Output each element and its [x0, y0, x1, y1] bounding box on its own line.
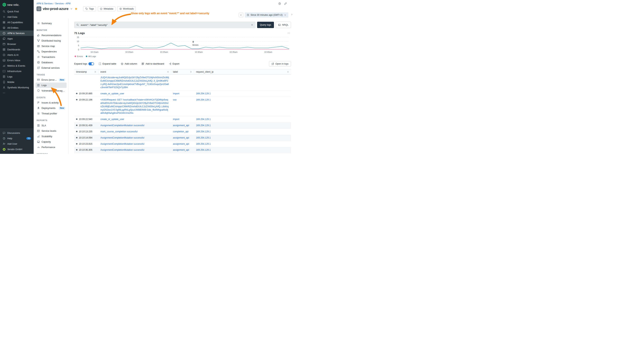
ip-link[interactable]: 169.254.129.1 [196, 148, 211, 152]
ip-link[interactable]: 169.254.129.1 [196, 98, 211, 102]
sidebar-item-alerts-ai[interactable]: Alerts & AI [0, 52, 34, 58]
ip-link[interactable]: 169.254.129.1 [196, 142, 211, 146]
event-link[interactable]: AssignmentCompletionMutation successful [100, 136, 144, 140]
event-link[interactable]: AssignmentCompletionMutation successful [100, 124, 144, 127]
sidebar-item-synthetic-monitoring[interactable]: Synthetic Monitoring [0, 85, 34, 90]
export-button[interactable]: Export [169, 63, 179, 65]
subnav-item-dependencies[interactable]: Dependencies [36, 49, 66, 54]
sidebar-item-infrastructure[interactable]: Infrastructure [0, 69, 34, 74]
expand-logs-toggle[interactable] [88, 62, 94, 65]
event-link[interactable]: mark_course_completion successful [100, 130, 138, 133]
table-row[interactable]: 10:10:44.066AssignmentCompletionMutation… [74, 153, 291, 154]
event-link[interactable]: AssignmentCompletionMutation successful [100, 142, 144, 146]
add-to-dashboard-button[interactable]: Add to dashboard [142, 63, 164, 65]
subnav-item-errors-errors-inb[interactable]: Errors (errors inb...New [36, 77, 66, 83]
sidebar-item-add-data[interactable]: Add Data [0, 14, 34, 20]
sidebar-item-iterativ-gmbh[interactable]: Iterativ GmbH [0, 147, 34, 152]
subnav-item-recommendations[interactable]: Recommendations [36, 33, 66, 38]
subnav-item-summary[interactable]: Summary [36, 21, 66, 26]
subnav-item-logs[interactable]: Logs [36, 83, 66, 88]
subnav-item-external-services[interactable]: External services [36, 65, 66, 71]
table-row[interactable]: 10:09:22.196<ASGIRequest: GET '/sso/call… [74, 97, 291, 116]
breadcrumb-apm-services[interactable]: APM & Services [36, 2, 53, 5]
event-link[interactable]: create_or_update_user [100, 118, 124, 121]
sidebar-item-errors-inbox[interactable]: Errors Inbox [0, 58, 34, 63]
open-in-logs-button[interactable]: Open in logs [269, 61, 291, 67]
event-link[interactable]: AssignmentCompletionMutation successful [100, 148, 144, 152]
legend-all-logs[interactable]: All Logs [86, 55, 96, 58]
table-row[interactable]: 10:10:13.235mark_course_completion succe… [74, 129, 291, 135]
chart-options-ellipsis-icon[interactable] [288, 32, 291, 35]
sidebar-item-dashboards[interactable]: Dashboards [0, 47, 34, 52]
label-link[interactable]: import [173, 118, 179, 121]
label-link[interactable]: assignment_api [173, 136, 189, 140]
legend-errors[interactable]: Errors [74, 55, 83, 58]
sidebar-item-logs[interactable]: Logs [0, 74, 34, 79]
add-column-button[interactable]: Add column [121, 63, 137, 65]
subnav-item-deployments[interactable]: DeploymentsNew [36, 105, 66, 111]
subnav-item-distributed-tracing[interactable]: Distributed tracing [36, 38, 66, 44]
newrelic-logo[interactable]: new relic. [0, 0, 34, 9]
time-picker[interactable]: Since 30 minutes ago (GMT+2) [245, 12, 288, 18]
ip-link[interactable]: 169.254.129.1 [196, 130, 211, 133]
table-row[interactable]: 10:10:23.815AssignmentCompletionMutation… [74, 141, 291, 147]
time-forward-chevron-icon[interactable] [290, 13, 293, 16]
sidebar-item-mobile[interactable]: Mobile [0, 79, 34, 85]
label-link[interactable]: sso [173, 98, 176, 102]
subnav-item-thread-profiler[interactable]: Thread profiler [36, 111, 66, 116]
clear-query-icon[interactable] [251, 24, 253, 26]
subnav-item-capacity[interactable]: Capacity [36, 139, 66, 145]
event-link[interactable]: create_or_update_user [100, 92, 124, 96]
subnav-item-issues-activity[interactable]: Issues & activity [36, 100, 66, 105]
remove-column-label-icon[interactable] [190, 71, 192, 73]
title-chevron-down-icon[interactable] [70, 8, 73, 10]
ip-link[interactable]: 169.254.129.1 [196, 118, 211, 121]
sidebar-item-all-capabilities[interactable]: All Capabilities [0, 20, 34, 25]
subnav-item-databases[interactable]: Databases [36, 60, 66, 65]
sidebar-item-metrics-events[interactable]: Metrics & Events [0, 63, 34, 69]
metadata-button[interactable]: Metadata [98, 6, 115, 11]
label-link[interactable]: completion_api [173, 130, 188, 133]
label-link[interactable]: assignment_api [173, 124, 189, 127]
query-logs-button[interactable]: Query logs [257, 22, 274, 28]
table-row[interactable]: 10:09:20.895create_or_update_userimport1… [74, 91, 291, 97]
label-link[interactable]: assignment_api [173, 148, 189, 152]
nrql-button[interactable]: NRQL [276, 22, 291, 28]
label-link[interactable]: import [173, 92, 179, 96]
sidebar-item-add-user[interactable]: Add User [0, 141, 34, 147]
sidebar-item-apps[interactable]: Apps [0, 36, 34, 41]
ip-link[interactable]: 169.254.129.1 [196, 136, 211, 140]
table-row[interactable]: 10:09:22.540create_or_update_userimport1… [74, 116, 291, 123]
favorite-star-icon[interactable] [74, 7, 78, 10]
remove-column-request-client-ip-icon[interactable] [287, 71, 289, 73]
workloads-button[interactable]: Workloads [117, 6, 136, 11]
table-row[interactable]: JUQVU&code=eyJraWQiOiJjcGltY29yZV8wOTl1M… [74, 75, 291, 91]
remove-column-event-icon[interactable] [167, 71, 169, 73]
sidebar-item-browser[interactable]: Browser [0, 41, 34, 47]
subnav-item-performance[interactable]: Performance [36, 145, 66, 150]
expand-table-button[interactable]: Expand table [98, 63, 116, 65]
sidebar-item-apm-services[interactable]: APM & Services [0, 31, 34, 36]
subnav-item-scalability[interactable]: Scalability [36, 134, 66, 139]
subnav-item-vulnerability-management[interactable]: Vulnerability Management [36, 88, 66, 93]
ip-link[interactable]: 169.254.129.1 [196, 92, 211, 96]
subnav-item-service-levels[interactable]: Service levels [36, 128, 66, 134]
sidebar-item-more[interactable] [0, 90, 34, 96]
sidebar-item-discussions[interactable]: Discussions [0, 130, 34, 136]
ip-link[interactable]: 169.254.129.1 [196, 124, 211, 127]
sidebar-item-quick-find[interactable]: Quick Find [0, 9, 34, 14]
label-link[interactable]: assignment_api [173, 142, 189, 146]
remove-column-timestamp-icon[interactable] [94, 71, 96, 73]
tags-button[interactable]: Tags [83, 6, 96, 11]
time-back-button[interactable] [239, 13, 243, 17]
subnav-item-service-map[interactable]: Service map [36, 44, 66, 49]
help-circle-icon[interactable] [278, 2, 281, 5]
sidebar-item-help[interactable]: Help70 [0, 136, 34, 141]
subnav-item-sla[interactable]: SLA [36, 123, 66, 128]
sidebar-item-all-entities[interactable]: All Entities [0, 25, 34, 31]
breadcrumb-services-apm[interactable]: Services - APM [55, 2, 70, 5]
table-row[interactable]: 10:09:31.439AssignmentCompletionMutation… [74, 123, 291, 129]
table-row[interactable]: 10:10:35.305AssignmentCompletionMutation… [74, 147, 291, 153]
event-link[interactable]: <ASGIRequest: GET '/sso/callback/?state=… [100, 98, 169, 115]
log-query-input[interactable] [80, 24, 249, 27]
